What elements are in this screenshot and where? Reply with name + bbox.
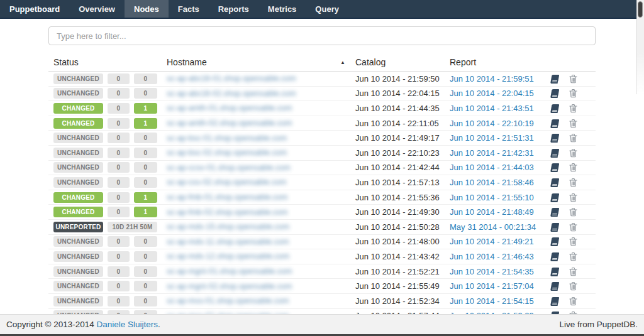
report-cell: Jun 10 2014 - 21:46:43: [450, 252, 544, 261]
delete-trash-icon[interactable]: [569, 133, 577, 143]
catalog-timestamp: Jun 10 2014 - 22:11:05: [355, 119, 439, 128]
hostname-link[interactable]: sc-ap-amth-02.shop.opensable.com: [167, 119, 292, 127]
delete-trash-icon[interactable]: [569, 104, 577, 113]
report-link[interactable]: Jun 10 2014 - 22:10:19: [450, 119, 534, 128]
hostname-link[interactable]: sc-ap-mds-15.shop.opensable.com: [167, 222, 289, 231]
status-badge: UNCHANGED: [53, 133, 103, 143]
brand-puppetboard[interactable]: Puppetboard: [0, 0, 69, 18]
nav-tab-nodes[interactable]: Nodes: [125, 0, 169, 18]
failed-count-badge: 0: [108, 192, 130, 203]
table-row: UNCHANGED 00 sc-ap-mss-01.shop.opensable…: [48, 294, 596, 309]
hostname-link[interactable]: sc-ap-mgnt-01.shop.opensable.com: [167, 267, 292, 276]
column-header-catalog[interactable]: Catalog: [355, 57, 450, 67]
report-book-icon[interactable]: [550, 133, 561, 143]
delete-trash-icon[interactable]: [569, 267, 577, 276]
scrollbar-thumb[interactable]: [638, 1, 643, 18]
nav-tab-metrics[interactable]: Metrics: [258, 0, 306, 18]
hostname-link[interactable]: sc-ap-mds-11.shop.opensable.com: [167, 237, 289, 246]
column-header-report[interactable]: Report: [450, 57, 544, 67]
report-link[interactable]: Jun 10 2014 - 21:48:49: [450, 207, 534, 217]
report-book-icon[interactable]: [550, 296, 561, 306]
status-cell: UNCHANGED 00: [48, 73, 167, 84]
report-book-icon[interactable]: [550, 252, 561, 261]
delete-trash-icon[interactable]: [569, 148, 577, 158]
delete-trash-icon[interactable]: [569, 178, 577, 187]
column-header-status[interactable]: Status: [48, 57, 167, 67]
report-link[interactable]: Jun 10 2014 - 21:57:04: [450, 281, 534, 291]
report-cell: Jun 10 2014 - 21:42:31: [450, 148, 544, 158]
report-cell: Jun 10 2014 - 21:51:31: [450, 133, 544, 143]
column-header-hostname[interactable]: Hostname ▲: [167, 57, 355, 67]
report-book-icon[interactable]: [550, 193, 561, 202]
hostname-cell: sc-ap-abc16-01.shop.opensable.com: [167, 74, 355, 83]
hostname-link[interactable]: sc-ap-mgnt-02.shop.opensable.com: [167, 282, 292, 291]
hostname-cell: sc-ap-amth-01.shop.opensable.com: [167, 104, 355, 112]
report-link[interactable]: Jun 10 2014 - 21:54:15: [450, 296, 534, 306]
report-book-icon[interactable]: [550, 237, 561, 246]
report-link[interactable]: Jun 10 2014 - 21:44:03: [450, 163, 534, 172]
report-book-icon[interactable]: [550, 267, 561, 276]
delete-trash-icon[interactable]: [569, 207, 577, 217]
report-cell: Jun 10 2014 - 21:43:51: [450, 104, 544, 113]
filter-input[interactable]: [48, 26, 596, 45]
catalog-cell: Jun 10 2014 - 21:59:50: [355, 74, 450, 84]
catalog-cell: Jun 10 2014 - 21:55:36: [355, 193, 450, 202]
delete-trash-icon[interactable]: [569, 119, 577, 128]
hostname-link[interactable]: sc-ap-fmb-01.shop.opensable.com: [167, 193, 287, 202]
delete-trash-icon[interactable]: [569, 193, 577, 202]
report-link[interactable]: Jun 10 2014 - 21:46:43: [450, 252, 534, 261]
hostname-link[interactable]: sc-ap-abc16-01.shop.opensable.com: [167, 74, 296, 83]
report-link[interactable]: Jun 10 2014 - 21:42:31: [450, 148, 534, 158]
hostname-cell: sc-ap-mss-01.shop.opensable.com: [167, 296, 355, 305]
report-book-icon[interactable]: [550, 207, 561, 217]
delete-trash-icon[interactable]: [569, 163, 577, 172]
report-link[interactable]: Jun 10 2014 - 21:54:35: [450, 267, 534, 276]
report-book-icon[interactable]: [550, 148, 561, 158]
hostname-cell: sc-ap-amth-02.shop.opensable.com: [167, 119, 355, 127]
report-book-icon[interactable]: [550, 222, 561, 232]
actions-cell: [544, 252, 596, 261]
report-book-icon[interactable]: [550, 89, 561, 98]
report-link[interactable]: Jun 10 2014 - 21:43:51: [450, 104, 534, 113]
report-book-icon[interactable]: [550, 178, 561, 187]
nav-tab-reports[interactable]: Reports: [209, 0, 258, 18]
report-cell: Jun 10 2014 - 21:59:51: [450, 74, 544, 84]
table-row: UNCHANGED 00 sc-ap-mds-12.shop.opensable…: [48, 249, 596, 264]
delete-trash-icon[interactable]: [569, 89, 577, 98]
report-link[interactable]: Jun 10 2014 - 21:59:51: [450, 74, 534, 84]
hostname-link[interactable]: sc-ap-bsc-02.shop.opensable.com: [167, 148, 287, 157]
failed-count-badge: 0: [108, 103, 130, 114]
delete-trash-icon[interactable]: [569, 222, 577, 232]
delete-trash-icon[interactable]: [569, 237, 577, 246]
nav-tab-overview[interactable]: Overview: [69, 0, 125, 18]
hostname-link[interactable]: sc-ap-bsc-01.shop.opensable.com: [167, 134, 287, 143]
hostname-link[interactable]: sc-ap-ccsv-01.shop.opensable.com: [167, 163, 291, 172]
nav-tab-facts[interactable]: Facts: [169, 0, 209, 18]
hostname-link[interactable]: sc-ap-abc16-02.shop.opensable.com: [167, 89, 296, 98]
hostname-link[interactable]: sc-ap-css-02.shop.opensable.com: [167, 178, 286, 187]
report-book-icon[interactable]: [550, 163, 561, 172]
delete-trash-icon[interactable]: [569, 252, 577, 261]
report-book-icon[interactable]: [550, 104, 561, 113]
report-link[interactable]: Jun 10 2014 - 21:58:46: [450, 178, 534, 187]
report-book-icon[interactable]: [550, 74, 561, 84]
catalog-cell: Jun 10 2014 - 21:49:17: [355, 133, 450, 143]
report-book-icon[interactable]: [550, 281, 561, 291]
hostname-link[interactable]: sc-ap-fmb-02.shop.opensable.com: [167, 208, 287, 217]
report-link[interactable]: Jun 10 2014 - 22:04:15: [450, 89, 534, 98]
report-link[interactable]: Jun 10 2014 - 21:51:31: [450, 133, 534, 143]
delete-trash-icon[interactable]: [569, 74, 577, 84]
hostname-link[interactable]: sc-ap-mss-01.shop.opensable.com: [167, 296, 289, 305]
hostname-link[interactable]: sc-ap-mds-12.shop.opensable.com: [167, 252, 289, 261]
report-book-icon[interactable]: [550, 119, 561, 128]
report-link[interactable]: Jun 10 2014 - 21:55:10: [450, 193, 534, 202]
footer-author-link[interactable]: Daniele Sluijters: [97, 320, 158, 329]
report-link[interactable]: Jun 10 2014 - 21:49:21: [450, 237, 534, 246]
delete-trash-icon[interactable]: [569, 296, 577, 306]
report-link[interactable]: May 31 2014 - 00:21:34: [450, 222, 536, 232]
changed-count-badge: 1: [134, 207, 157, 217]
delete-trash-icon[interactable]: [569, 281, 577, 291]
report-cell: Jun 10 2014 - 21:49:21: [450, 237, 544, 246]
hostname-link[interactable]: sc-ap-amth-01.shop.opensable.com: [167, 104, 292, 112]
nav-tab-query[interactable]: Query: [306, 0, 348, 18]
